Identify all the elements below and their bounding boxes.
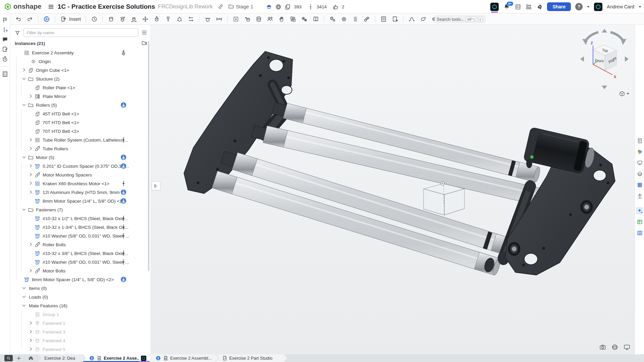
rotate-up-arrow[interactable] <box>602 29 607 33</box>
tree-item[interactable]: Kraken X60 Brushless Motor <1> <box>10 179 147 188</box>
update-badge-icon[interactable] <box>120 276 127 283</box>
view-cube[interactable]: Top Front Right Z X <box>578 26 631 90</box>
tree-item[interactable]: Fastened 3 <box>10 327 147 336</box>
planar-mate-icon[interactable] <box>142 15 149 22</box>
spline-relation-icon[interactable] <box>408 15 415 22</box>
notes-icon[interactable] <box>2 46 8 53</box>
tree-item[interactable]: #10-32 x 3/8" L BHCS (Steel, Black Oxid.… <box>10 249 147 258</box>
pin-slot-mate-icon[interactable] <box>164 15 171 22</box>
tangent-mate-icon[interactable] <box>204 15 211 22</box>
redo-icon[interactable] <box>26 15 33 22</box>
tree-item[interactable]: #10 Washer (5/8" OD, 0.031" WD, Steel, .… <box>10 231 147 240</box>
assembly-structure-icon[interactable] <box>2 17 8 23</box>
view-cube-front-label[interactable]: Front <box>595 58 604 63</box>
custom-table-green-icon[interactable] <box>636 218 643 225</box>
tasks-checklist-icon[interactable] <box>515 4 521 10</box>
update-badge-icon[interactable] <box>120 189 127 196</box>
chevron-right-icon[interactable] <box>28 181 34 186</box>
tree-item[interactable]: Tube Rollers <box>10 144 147 153</box>
chevron-right-icon[interactable] <box>28 172 34 177</box>
tree-item[interactable]: Roller Plate <1> <box>10 83 147 92</box>
insert-version-icon[interactable] <box>2 27 8 33</box>
update-badge-icon[interactable] <box>120 154 127 161</box>
tree-item[interactable]: 8mm Motor Spacer (1/4" L, 5/8" OD) <1> <box>10 197 147 205</box>
user-avatar[interactable] <box>594 3 602 11</box>
tree-item[interactable]: 0.201" ID Custom Spacer (0.375" OD,1.1..… <box>10 162 147 170</box>
help-caret-icon[interactable] <box>587 6 590 8</box>
user-menu-caret-icon[interactable] <box>639 6 641 8</box>
tree-item[interactable]: Motor (5) <box>10 153 147 162</box>
document-tab[interactable]: Exercise 2 Assembl... <box>149 354 218 362</box>
group-icon[interactable] <box>232 15 239 22</box>
workspace-avatar[interactable] <box>490 3 499 11</box>
revolute-loop-icon[interactable] <box>419 15 427 22</box>
replicate-icon[interactable] <box>266 15 274 22</box>
apps-grid-icon[interactable] <box>526 4 532 10</box>
tree-item[interactable]: Roller Bolts <box>10 240 147 249</box>
list-view-toggle-icon[interactable] <box>141 29 148 37</box>
chevron-right-icon[interactable] <box>21 67 27 73</box>
tree-item[interactable]: Fastened 1 <box>10 319 147 327</box>
public-globe-icon[interactable] <box>275 4 282 10</box>
chevron-right-icon[interactable] <box>28 320 34 326</box>
cylindrical-mate-icon[interactable] <box>153 15 160 22</box>
tree-item[interactable]: #10-32 x 1-3/4" L BHCS (Steel, Black Ox.… <box>10 223 147 231</box>
tree-item[interactable]: Motor Mounting Spacers <box>10 170 147 179</box>
revolute-mate-icon[interactable] <box>119 15 126 22</box>
chevron-down-icon[interactable] <box>21 207 27 212</box>
environment-sphere-icon[interactable] <box>611 344 618 351</box>
update-badge-icon[interactable] <box>120 163 127 169</box>
configurations-icon[interactable] <box>340 15 347 22</box>
home-tab-button[interactable] <box>27 355 35 362</box>
create-drawing-icon[interactable] <box>391 15 398 22</box>
tree-item[interactable]: 70T HTD Belt <2> <box>10 127 147 136</box>
belt-relation-icon[interactable] <box>363 15 370 22</box>
material-panel-icon[interactable] <box>636 181 643 189</box>
measure-icon[interactable] <box>215 15 222 22</box>
pattern-icon[interactable] <box>289 15 296 22</box>
rack-relation-icon[interactable] <box>352 15 359 22</box>
breadcrumb-folder[interactable]: Stage 1 <box>236 4 253 9</box>
tree-item[interactable]: 12t Aluminum Pulley (HTD 5mm, 9mm ... <box>10 188 147 197</box>
appearance-panel-icon[interactable] <box>636 148 643 155</box>
mass-properties-icon[interactable] <box>636 192 643 200</box>
rotate-down-arrow[interactable] <box>602 86 607 89</box>
parallel-mate-icon[interactable] <box>187 15 194 22</box>
tree-item[interactable]: Loads (0) <box>10 293 147 301</box>
help-button[interactable]: ? <box>575 3 583 10</box>
tree-item[interactable]: 8mm Motor Spacer (1/4" L, 5/8" OD) <2> <box>10 275 147 284</box>
update-badge-icon[interactable] <box>120 102 127 108</box>
panel-scrollbar[interactable] <box>148 41 149 271</box>
chevron-right-icon[interactable] <box>28 137 34 143</box>
comments-icon[interactable] <box>2 36 8 43</box>
ai-assistant-icon[interactable] <box>536 4 543 10</box>
tree-item[interactable]: #10-32 x 1/2" L BHCS (Steel, Black Oxid.… <box>10 214 147 223</box>
tree-item[interactable]: Exercise 2 Assembly <box>10 48 147 57</box>
snap-mode-icon[interactable] <box>278 15 285 22</box>
chevron-right-icon[interactable] <box>28 268 34 273</box>
tree-item[interactable]: Fastened 5 <box>10 345 147 354</box>
share-button[interactable]: Share <box>547 2 571 11</box>
create-folder-icon[interactable] <box>141 40 148 47</box>
tree-item[interactable]: Mate Features (16) <box>10 301 147 310</box>
insert-icon[interactable] <box>60 15 67 22</box>
chevron-down-icon[interactable] <box>21 294 27 300</box>
search-tools-input[interactable]: Search tools... alt/⌥ c <box>435 15 486 23</box>
add-tab-button[interactable] <box>15 355 22 362</box>
tree-item[interactable]: Origin Cube <1> <box>10 66 147 74</box>
tree-item[interactable]: Stucture (2) <box>10 74 147 83</box>
properties-panel-icon[interactable] <box>636 137 643 144</box>
standard-content-icon[interactable] <box>312 15 319 22</box>
hamburger-menu-icon[interactable] <box>48 3 54 10</box>
notifications-bell-icon[interactable]: 9+ <box>503 3 510 10</box>
custom-table-blue-icon[interactable] <box>636 229 643 237</box>
education-icon[interactable] <box>266 4 272 10</box>
chevron-down-icon[interactable] <box>21 303 27 308</box>
chevron-right-icon[interactable] <box>28 190 34 195</box>
bom-icon[interactable] <box>380 15 387 22</box>
tree-item[interactable]: #10 Washer (5/8" OD, 0.031" WD, Steel, .… <box>10 258 147 266</box>
chevron-down-icon[interactable] <box>21 155 27 160</box>
bom-table-icon[interactable] <box>2 71 8 77</box>
rotate-right-arrow[interactable] <box>625 56 629 62</box>
manage-instances-icon[interactable] <box>255 15 262 22</box>
